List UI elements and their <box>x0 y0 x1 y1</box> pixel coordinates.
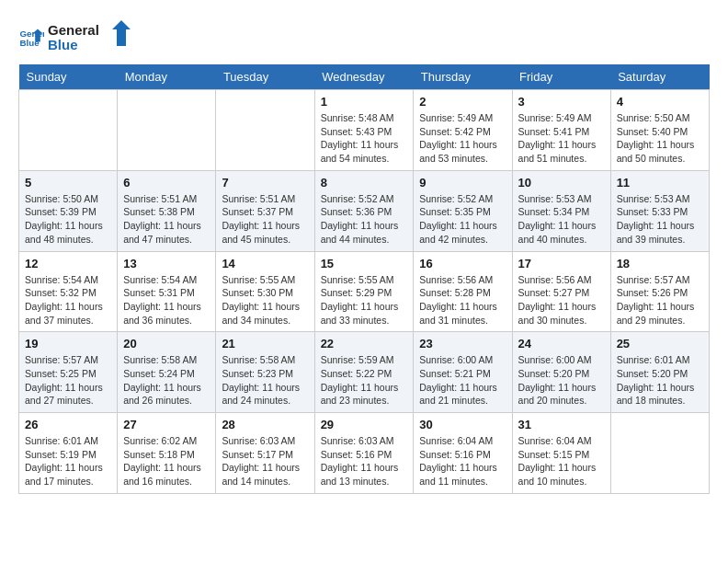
day-number: 2 <box>419 95 506 109</box>
calendar-day-cell: 16Sunrise: 5:56 AMSunset: 5:28 PMDayligh… <box>414 251 512 332</box>
day-number: 7 <box>222 176 308 190</box>
day-number: 18 <box>617 257 703 270</box>
day-info: Sunrise: 5:49 AMSunset: 5:41 PMDaylight:… <box>518 111 605 166</box>
calendar-day-cell: 9Sunrise: 5:52 AMSunset: 5:35 PMDaylight… <box>414 170 512 251</box>
day-info: Sunrise: 6:03 AMSunset: 5:17 PMDaylight:… <box>222 434 308 488</box>
day-number: 27 <box>123 418 210 431</box>
calendar-week-row: 26Sunrise: 6:01 AMSunset: 5:19 PMDayligh… <box>19 413 710 494</box>
day-number: 22 <box>321 337 408 350</box>
day-number: 14 <box>222 257 308 270</box>
day-number: 10 <box>518 176 605 190</box>
calendar-day-cell <box>118 90 216 171</box>
day-info: Sunrise: 5:56 AMSunset: 5:28 PMDaylight:… <box>419 273 506 327</box>
day-info: Sunrise: 5:52 AMSunset: 5:36 PMDaylight:… <box>321 192 408 247</box>
calendar-day-cell: 18Sunrise: 5:57 AMSunset: 5:26 PMDayligh… <box>610 251 709 332</box>
svg-text:General: General <box>48 22 99 38</box>
day-number: 24 <box>518 337 605 350</box>
day-info: Sunrise: 5:51 AMSunset: 5:38 PMDaylight:… <box>123 192 210 247</box>
calendar-day-cell: 12Sunrise: 5:54 AMSunset: 5:32 PMDayligh… <box>19 251 118 332</box>
day-info: Sunrise: 5:55 AMSunset: 5:29 PMDaylight:… <box>321 273 408 327</box>
day-info: Sunrise: 6:02 AMSunset: 5:18 PMDaylight:… <box>123 434 210 488</box>
day-number: 19 <box>25 337 111 350</box>
calendar-day-cell <box>610 413 709 494</box>
day-of-week-header: Wednesday <box>314 64 414 90</box>
day-info: Sunrise: 5:58 AMSunset: 5:23 PMDaylight:… <box>222 353 308 408</box>
day-number: 21 <box>222 337 308 350</box>
calendar-day-cell: 27Sunrise: 6:02 AMSunset: 5:18 PMDayligh… <box>118 413 216 494</box>
day-number: 20 <box>123 337 210 350</box>
day-number: 12 <box>25 257 111 270</box>
day-number: 29 <box>321 418 408 431</box>
day-number: 23 <box>419 337 506 350</box>
svg-marker-5 <box>112 20 131 46</box>
day-number: 1 <box>321 95 408 109</box>
calendar-day-cell: 2Sunrise: 5:49 AMSunset: 5:42 PMDaylight… <box>414 90 512 171</box>
day-number: 11 <box>617 176 703 190</box>
calendar-day-cell: 4Sunrise: 5:50 AMSunset: 5:40 PMDaylight… <box>610 90 709 171</box>
day-info: Sunrise: 5:51 AMSunset: 5:37 PMDaylight:… <box>222 192 308 247</box>
calendar-week-row: 12Sunrise: 5:54 AMSunset: 5:32 PMDayligh… <box>19 251 710 332</box>
day-info: Sunrise: 6:04 AMSunset: 5:16 PMDaylight:… <box>419 434 506 488</box>
calendar-day-cell: 6Sunrise: 5:51 AMSunset: 5:38 PMDaylight… <box>118 170 216 251</box>
day-number: 30 <box>419 418 506 431</box>
day-of-week-header: Saturday <box>610 64 709 90</box>
calendar-day-cell: 25Sunrise: 6:01 AMSunset: 5:20 PMDayligh… <box>610 332 709 413</box>
day-info: Sunrise: 6:01 AMSunset: 5:20 PMDaylight:… <box>617 353 703 408</box>
day-number: 9 <box>419 176 506 190</box>
calendar-day-cell: 10Sunrise: 5:53 AMSunset: 5:34 PMDayligh… <box>512 170 610 251</box>
day-info: Sunrise: 5:49 AMSunset: 5:42 PMDaylight:… <box>419 111 506 166</box>
day-info: Sunrise: 6:00 AMSunset: 5:20 PMDaylight:… <box>518 353 605 408</box>
calendar-day-cell: 8Sunrise: 5:52 AMSunset: 5:36 PMDaylight… <box>314 170 414 251</box>
calendar-day-cell <box>19 90 118 171</box>
calendar-day-cell: 31Sunrise: 6:04 AMSunset: 5:15 PMDayligh… <box>512 413 610 494</box>
day-info: Sunrise: 5:48 AMSunset: 5:43 PMDaylight:… <box>321 111 408 166</box>
calendar-table: SundayMondayTuesdayWednesdayThursdayFrid… <box>18 64 710 494</box>
day-number: 4 <box>617 95 703 109</box>
day-number: 17 <box>518 257 605 270</box>
day-info: Sunrise: 6:01 AMSunset: 5:19 PMDaylight:… <box>25 434 111 488</box>
day-info: Sunrise: 5:59 AMSunset: 5:22 PMDaylight:… <box>321 353 408 408</box>
calendar-header-row: SundayMondayTuesdayWednesdayThursdayFrid… <box>19 64 710 90</box>
day-info: Sunrise: 6:04 AMSunset: 5:15 PMDaylight:… <box>518 434 605 488</box>
day-of-week-header: Sunday <box>19 64 118 90</box>
day-number: 3 <box>518 95 605 109</box>
calendar-day-cell <box>216 90 314 171</box>
calendar-week-row: 1Sunrise: 5:48 AMSunset: 5:43 PMDaylight… <box>19 90 710 171</box>
svg-text:Blue: Blue <box>48 37 78 52</box>
day-number: 25 <box>617 337 703 350</box>
calendar-day-cell: 30Sunrise: 6:04 AMSunset: 5:16 PMDayligh… <box>414 413 512 494</box>
day-of-week-header: Thursday <box>414 64 512 90</box>
calendar-day-cell: 7Sunrise: 5:51 AMSunset: 5:37 PMDaylight… <box>216 170 314 251</box>
calendar-day-cell: 3Sunrise: 5:49 AMSunset: 5:41 PMDaylight… <box>512 90 610 171</box>
logo-svg: General Blue <box>48 18 131 55</box>
calendar-day-cell: 5Sunrise: 5:50 AMSunset: 5:39 PMDaylight… <box>19 170 118 251</box>
day-info: Sunrise: 5:58 AMSunset: 5:24 PMDaylight:… <box>123 353 210 408</box>
day-info: Sunrise: 5:53 AMSunset: 5:33 PMDaylight:… <box>617 192 703 247</box>
day-of-week-header: Friday <box>512 64 610 90</box>
day-info: Sunrise: 6:00 AMSunset: 5:21 PMDaylight:… <box>419 353 506 408</box>
calendar-day-cell: 29Sunrise: 6:03 AMSunset: 5:16 PMDayligh… <box>314 413 414 494</box>
day-info: Sunrise: 6:03 AMSunset: 5:16 PMDaylight:… <box>321 434 408 488</box>
day-info: Sunrise: 5:56 AMSunset: 5:27 PMDaylight:… <box>518 273 605 327</box>
day-info: Sunrise: 5:50 AMSunset: 5:40 PMDaylight:… <box>617 111 703 166</box>
calendar-day-cell: 15Sunrise: 5:55 AMSunset: 5:29 PMDayligh… <box>314 251 414 332</box>
calendar-day-cell: 23Sunrise: 6:00 AMSunset: 5:21 PMDayligh… <box>414 332 512 413</box>
calendar-day-cell: 17Sunrise: 5:56 AMSunset: 5:27 PMDayligh… <box>512 251 610 332</box>
calendar-day-cell: 22Sunrise: 5:59 AMSunset: 5:22 PMDayligh… <box>314 332 414 413</box>
calendar-day-cell: 26Sunrise: 6:01 AMSunset: 5:19 PMDayligh… <box>19 413 118 494</box>
day-info: Sunrise: 5:54 AMSunset: 5:31 PMDaylight:… <box>123 273 210 327</box>
calendar-day-cell: 21Sunrise: 5:58 AMSunset: 5:23 PMDayligh… <box>216 332 314 413</box>
day-number: 15 <box>321 257 408 270</box>
day-info: Sunrise: 5:57 AMSunset: 5:26 PMDaylight:… <box>617 273 703 327</box>
logo: General Blue General Blue <box>18 18 131 55</box>
calendar-day-cell: 13Sunrise: 5:54 AMSunset: 5:31 PMDayligh… <box>118 251 216 332</box>
day-of-week-header: Tuesday <box>216 64 314 90</box>
day-info: Sunrise: 5:53 AMSunset: 5:34 PMDaylight:… <box>518 192 605 247</box>
calendar-day-cell: 20Sunrise: 5:58 AMSunset: 5:24 PMDayligh… <box>118 332 216 413</box>
day-number: 13 <box>123 257 210 270</box>
day-info: Sunrise: 5:52 AMSunset: 5:35 PMDaylight:… <box>419 192 506 247</box>
day-number: 31 <box>518 418 605 431</box>
day-number: 16 <box>419 257 506 270</box>
calendar-day-cell: 1Sunrise: 5:48 AMSunset: 5:43 PMDaylight… <box>314 90 414 171</box>
day-number: 6 <box>123 176 210 190</box>
